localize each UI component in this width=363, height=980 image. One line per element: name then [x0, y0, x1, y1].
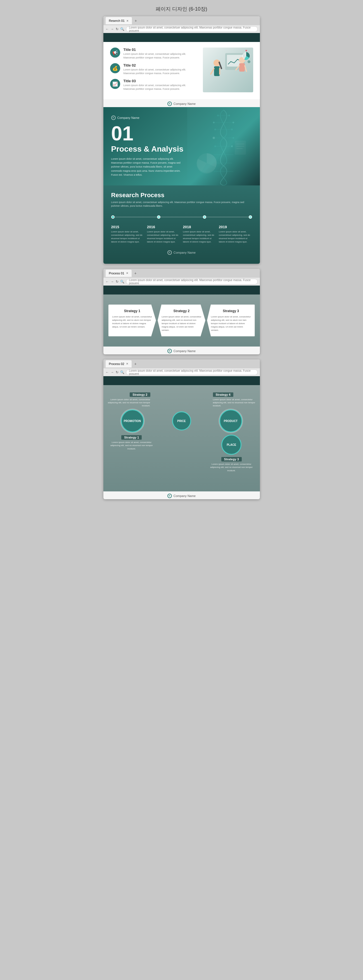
address-bar-1[interactable]: Lorem ipsum dolor sit amet, consectetuer…	[126, 26, 258, 32]
process01-logo-icon: ⊗	[167, 349, 172, 353]
megaphone-icon: 📢	[110, 48, 120, 57]
timeline-logo-icon: ⊗	[167, 250, 172, 255]
timeline-bar	[111, 215, 252, 219]
research-items-list: 📢 Title 01 Lorem ipsum dolor sit amet, c…	[110, 48, 198, 95]
company-logo-icon-1: ⊗	[167, 102, 172, 106]
year-block-2016: 2016 Lorem ipsum dolor sit amet, consect…	[147, 225, 180, 243]
tab-research[interactable]: Reserch 01 ✕	[106, 17, 132, 24]
tab-bar-3: Process 02 ✕ +	[103, 360, 260, 368]
fourp-marketing-section: Strategy 2 Lorem ipsum dolor sit amet, c…	[103, 385, 260, 492]
search-icon: 🔍	[120, 27, 124, 31]
strategy-3-text: Lorem ipsum dolor sit amet, consectetur …	[211, 315, 251, 332]
year-2015-text: Lorem ipsum dolor sit amet, consectetuer…	[111, 230, 144, 243]
svg-rect-3	[214, 66, 220, 76]
tab-add-button[interactable]: +	[133, 18, 139, 24]
svg-rect-7	[239, 63, 245, 72]
process-company-text: Company Name	[117, 116, 139, 119]
research-item-3-text: Title 03 Lorem ipsum dolor sit amet, con…	[124, 79, 198, 91]
back-btn-3[interactable]: ←	[106, 370, 109, 374]
research-item-3: 📈 Title 03 Lorem ipsum dolor sit amet, c…	[110, 79, 198, 91]
forward-btn-2[interactable]: →	[111, 280, 114, 283]
timeline-description: Lorem ipsum dolor sit amet, consectetuer…	[111, 200, 252, 208]
product-cell: PRODUCT	[206, 409, 255, 433]
tab-bar-1: Reserch 01 ✕ +	[103, 16, 260, 25]
strategy3-text: Lorem ipsum dolor sit amet, consectetur …	[208, 463, 255, 472]
forward-btn-3[interactable]: →	[111, 370, 114, 374]
strategy-arrow-3: Strategy 3 Lorem ipsum dolor sit amet, c…	[207, 305, 255, 336]
research-item-2-desc: Lorem ipsum dolor sit amet, consectetuer…	[124, 68, 198, 75]
forward-button[interactable]: →	[111, 27, 114, 31]
reload-btn-3[interactable]: ↻	[116, 370, 119, 374]
reload-btn-2[interactable]: ↻	[116, 280, 119, 283]
search-icon-3: 🔍	[120, 370, 124, 374]
tab-add-process01[interactable]: +	[133, 270, 138, 276]
timeline-dot-2018	[203, 215, 206, 219]
price-circle: PRICE	[172, 411, 191, 430]
timeline-company-name: Company Name	[174, 251, 196, 254]
company-footer-1: ⊗ Company Name	[103, 99, 260, 107]
svg-point-26	[214, 129, 216, 130]
svg-point-30	[214, 145, 216, 147]
company-footer-process01: ⊗ Company Name	[103, 347, 260, 354]
slide-timeline: Research Process Lorem ipsum dolor sit a…	[103, 185, 260, 264]
timeline-years: 2015 Lorem ipsum dolor sit amet, consect…	[111, 225, 252, 243]
slide-header-dark	[103, 33, 260, 42]
strategy4-text: Lorem ipsum dolor sit amet, consectetur …	[213, 398, 255, 407]
tab-close-process02[interactable]: ✕	[126, 362, 128, 365]
strategy1-text-block: Strategy 1 Lorem ipsum dolor sit amet, c…	[108, 434, 155, 450]
svg-point-27	[231, 129, 233, 130]
research-item-1-title: Title 01	[124, 48, 198, 52]
timeline-dot-2019	[249, 215, 252, 219]
back-button[interactable]: ←	[106, 27, 109, 31]
research-item-2: 💰 Title 02 Lorem ipsum dolor sit amet, c…	[110, 63, 198, 75]
research-item-2-text: Title 02 Lorem ipsum dolor sit amet, con…	[124, 63, 198, 75]
research-item-2-title: Title 02	[124, 63, 198, 67]
tab-label: Reserch 01	[109, 19, 125, 22]
promotion-cell: PROMOTION	[108, 409, 157, 433]
reload-button[interactable]: ↻	[116, 27, 119, 31]
tab-process02[interactable]: Process 02 ✕	[106, 360, 132, 368]
price-cell: PRICE	[157, 411, 206, 430]
svg-point-28	[212, 137, 215, 139]
address-bar-3[interactable]: Lorem ipsum dolor sit amet, consectetuer…	[126, 369, 258, 375]
svg-point-31	[231, 145, 233, 147]
tab-close-button[interactable]: ✕	[126, 19, 128, 22]
back-btn-2[interactable]: ←	[106, 280, 109, 283]
illustration-svg: ♥ ⊕	[203, 48, 253, 92]
company-name-1: Company Name	[174, 102, 196, 105]
slide-with-image: 📢 Title 01 Lorem ipsum dolor sit amet, c…	[110, 48, 253, 95]
address-bar-2[interactable]: Lorem ipsum dolor sit amet, consectetuer…	[126, 279, 258, 285]
process02-company-name: Company Name	[174, 494, 196, 498]
svg-line-4	[211, 68, 214, 74]
research-item-1: 📢 Title 01 Lorem ipsum dolor sit amet, c…	[110, 48, 198, 59]
search-icon-2: 🔍	[120, 280, 124, 283]
timeline-dot-2016	[157, 215, 160, 219]
strategy-2-title: Strategy 2	[162, 309, 201, 313]
money-icon: 💰	[110, 63, 120, 73]
research-item-1-desc: Lorem ipsum dolor sit amet, consectetuer…	[124, 52, 198, 59]
strategy3-place-block: PLACE Strategy 3 Lorem ipsum dolor sit a…	[208, 434, 255, 472]
tab-process01[interactable]: Process 01 ✕	[106, 270, 132, 277]
fourp-top-row: Strategy 2 Lorem ipsum dolor sit amet, c…	[108, 392, 255, 407]
slide3-header-dark	[103, 376, 260, 385]
page-title: 페이지 디자인 (6-10장)	[155, 6, 207, 12]
nav-bar-3: ← → ↻ 🔍 Lorem ipsum dolor sit amet, cons…	[103, 368, 260, 376]
research-item-1-text: Title 01 Lorem ipsum dolor sit amet, con…	[124, 48, 198, 59]
year-2019: 2019	[219, 225, 252, 229]
browser-window-2: Process 01 ✕ + ← → ↻ 🔍 Lorem ipsum dolor…	[103, 269, 260, 354]
year-2016: 2016	[147, 225, 180, 229]
fourp-bottom-row: Strategy 1 Lorem ipsum dolor sit amet, c…	[108, 434, 255, 472]
tab-process01-label: Process 01	[109, 272, 124, 275]
strategy-3-title: Strategy 3	[211, 309, 251, 313]
fourp-middle-row: PROMOTION PRICE PRODUCT	[108, 409, 255, 433]
year-block-2015: 2015 Lorem ipsum dolor sit amet, consect…	[111, 225, 144, 243]
svg-point-23	[228, 115, 230, 116]
tab-add-process02[interactable]: +	[133, 361, 138, 367]
tab-close-process01[interactable]: ✕	[126, 272, 128, 275]
tab-bar-2: Process 01 ✕ +	[103, 269, 260, 278]
strategy-arrows-section: Strategy 1 Lorem ipsum dolor sit amet, c…	[103, 294, 260, 347]
strategy2-text-block: Strategy 2 Lorem ipsum dolor sit amet, c…	[108, 392, 152, 407]
research-item-3-title: Title 03	[124, 79, 198, 83]
slide-research-content: 📢 Title 01 Lorem ipsum dolor sit amet, c…	[103, 42, 260, 99]
nav-bar-1: ← → ↻ 🔍 Lorem ipsum dolor sit amet, cons…	[103, 25, 260, 33]
